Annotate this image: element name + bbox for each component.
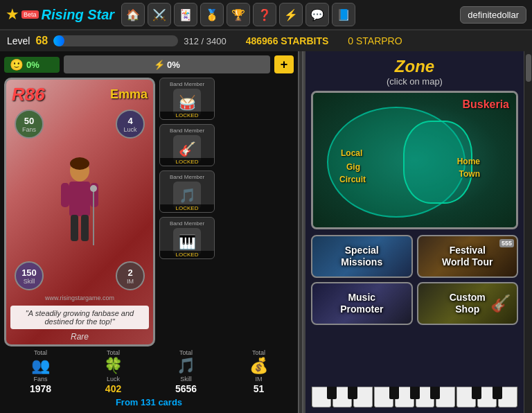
card-band-row: R86 Emma 50 Fans 4 Luck: [4, 78, 294, 346]
map-label-buskeria: Buskeria: [462, 98, 509, 111]
band-members: Band Member 🥁 LOCKED Band Member 🎸 LOCKE…: [159, 78, 215, 346]
band-member-1[interactable]: Band Member 🥁 LOCKED: [159, 78, 215, 120]
zone-subtitle: (click on map): [311, 76, 518, 87]
music-promoter-button[interactable]: Music Promoter: [311, 282, 413, 325]
map-label-local: Local: [341, 148, 362, 158]
nav-help[interactable]: ❓: [253, 3, 276, 26]
energy-bar: ⚡ 0%: [64, 55, 270, 73]
nav-trophy[interactable]: 🏆: [227, 3, 250, 26]
lightning-icon: ⚡: [154, 60, 165, 70]
level-value: 68: [35, 35, 48, 47]
from-cards: From 131 cards: [4, 397, 294, 409]
xp-bar-fill: [53, 35, 64, 46]
svg-rect-2: [69, 182, 90, 216]
nav-medal[interactable]: 🥇: [200, 3, 224, 26]
piano-key-black-4: [410, 387, 420, 399]
zone-map[interactable]: Buskeria Local Gig Circuit Home Town: [311, 91, 518, 229]
character-card: R86 Emma 50 Fans 4 Luck: [4, 78, 155, 346]
logo: ★ Beta Rising Star: [6, 6, 114, 24]
xp-display: 312 / 3400: [184, 36, 226, 46]
nav-hive[interactable]: ⚡: [279, 3, 303, 26]
card-quote: "A steadily growing fanbase and destined…: [10, 306, 149, 329]
festival-label: Festival World Tour: [442, 245, 493, 268]
band-member-1-locked: LOCKED: [160, 112, 214, 119]
total-im: Total 💰 IM 51: [249, 349, 268, 394]
plus-button[interactable]: +: [274, 55, 294, 73]
im-value: 51: [254, 383, 265, 394]
app-title: Rising Star: [42, 7, 115, 23]
svg-rect-6: [81, 215, 89, 241]
piano-key-black-6: [472, 387, 481, 399]
piano-key-black-1: [327, 387, 337, 399]
total-luck: Total 🍀 Luck 402: [104, 349, 123, 394]
map-background: Buskeria Local Gig Circuit Home Town: [313, 93, 516, 227]
band-member-1-label: Band Member: [170, 81, 204, 87]
total-fans: Total 👥 Fans 1978: [30, 349, 51, 394]
band-member-4[interactable]: Band Member 🎹 LOCKED: [159, 217, 215, 259]
piano-key-black-2: [348, 387, 357, 399]
band-member-3-locked: LOCKED: [160, 204, 214, 212]
beta-badge: Beta: [21, 10, 39, 19]
xp-bar: [53, 35, 178, 46]
nav-icons: 🏠 ⚔️ 🃏 🥇 🏆 ❓ ⚡ 💬 📘: [121, 3, 355, 26]
main-content: 🙂 0% ⚡ 0% + R86 Emma: [0, 51, 532, 413]
band-member-3[interactable]: Band Member 🎵 LOCKED: [159, 170, 215, 213]
special-missions-label: Special Missions: [341, 245, 382, 268]
custom-shop-label: Custom Shop: [450, 292, 486, 315]
nav-discord[interactable]: 💬: [305, 3, 329, 26]
card-rarity-label: Rare: [6, 332, 153, 344]
ego-value: 0%: [26, 60, 39, 70]
card-header: R86 Emma: [6, 80, 153, 107]
panel-divider: [298, 51, 303, 413]
luck-icon: 🍀: [104, 357, 123, 375]
svg-rect-5: [71, 215, 78, 241]
map-label-circuit: Circuit: [339, 175, 366, 184]
scroll-thumb[interactable]: [526, 54, 531, 82]
band-member-2-locked: LOCKED: [160, 158, 214, 166]
card-rarity-code: R86: [12, 84, 45, 105]
card-figure: [55, 155, 104, 245]
status-bars: 🙂 0% ⚡ 0% +: [4, 55, 294, 73]
star-icon: ★: [6, 6, 19, 24]
nav-home[interactable]: 🏠: [121, 3, 145, 26]
map-label-town: Town: [459, 169, 480, 179]
piano-key-black-7: [493, 387, 502, 399]
skill-icon: 🎵: [177, 357, 195, 375]
band-member-3-label: Band Member: [170, 174, 204, 180]
fans-icon: 👥: [31, 357, 50, 375]
custom-shop-button[interactable]: Custom Shop 🎸: [417, 282, 519, 325]
stat-fans: 50 Fans: [15, 109, 44, 139]
skill-value: 5656: [175, 383, 197, 394]
ego-icon: 🙂: [10, 58, 24, 71]
nav-sword[interactable]: ⚔️: [148, 3, 171, 26]
im-icon: 💰: [249, 357, 268, 375]
ego-bar: 🙂 0%: [4, 57, 60, 73]
svg-point-8: [90, 185, 97, 192]
band-member-2[interactable]: Band Member 🎸 LOCKED: [159, 124, 215, 166]
band-member-4-locked: LOCKED: [160, 251, 214, 258]
top-nav: ★ Beta Rising Star 🏠 ⚔️ 🃏 🥇 🏆 ❓ ⚡ 💬 📘 de…: [0, 0, 532, 30]
piano-keys: [311, 387, 518, 407]
level-bar: Level 68 312 / 3400 486966 STARBITS 0 ST…: [0, 30, 532, 51]
zone-title: Zone: [311, 57, 518, 76]
card-website: www.risingstargame.com: [6, 293, 153, 303]
nav-facebook[interactable]: 📘: [332, 3, 355, 26]
user-button[interactable]: definitedollar: [460, 6, 526, 24]
card-name: Emma: [110, 87, 148, 102]
starpro-display: 0 STARPRO: [348, 35, 402, 46]
stat-im: 2 IM: [116, 261, 145, 290]
map-label-gig: Gig: [346, 162, 360, 172]
svg-rect-3: [61, 183, 69, 207]
band-member-2-label: Band Member: [170, 128, 204, 134]
festival-badge: 555: [499, 239, 514, 247]
map-label-home: Home: [457, 157, 480, 166]
left-panel: 🙂 0% ⚡ 0% + R86 Emma: [0, 51, 298, 413]
festival-world-tour-button[interactable]: Festival World Tour 555: [417, 235, 519, 278]
totals-row: Total 👥 Fans 1978 Total 🍀 Luck 402 Total…: [4, 346, 294, 397]
piano-key-black-5: [430, 387, 440, 399]
stat-skill: 150 Skill: [15, 261, 44, 290]
svg-point-1: [70, 157, 89, 170]
special-missions-button[interactable]: Special Missions: [311, 235, 413, 278]
nav-cards[interactable]: 🃏: [174, 3, 197, 26]
music-promoter-label: Music Promoter: [340, 292, 383, 315]
